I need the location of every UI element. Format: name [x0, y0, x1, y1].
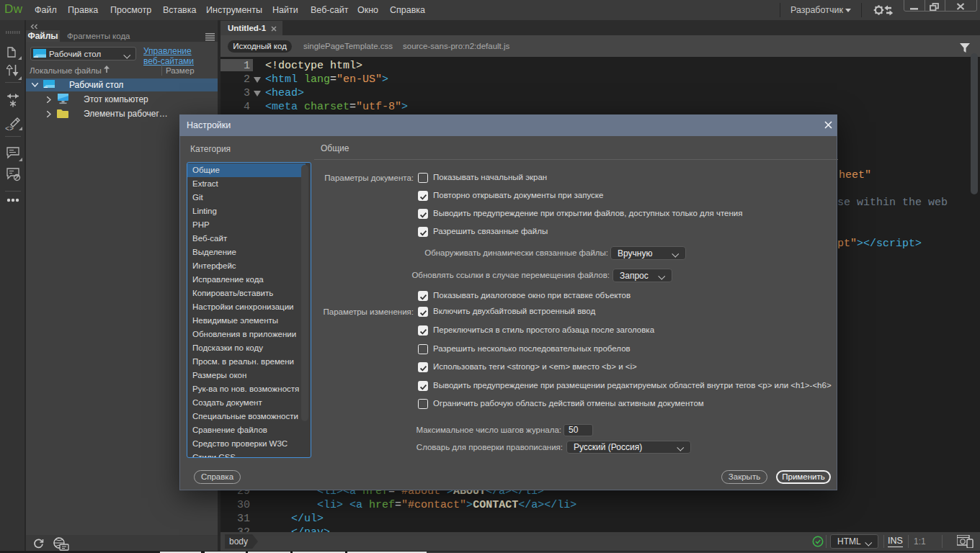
svg-text:<>: <>	[5, 125, 14, 132]
